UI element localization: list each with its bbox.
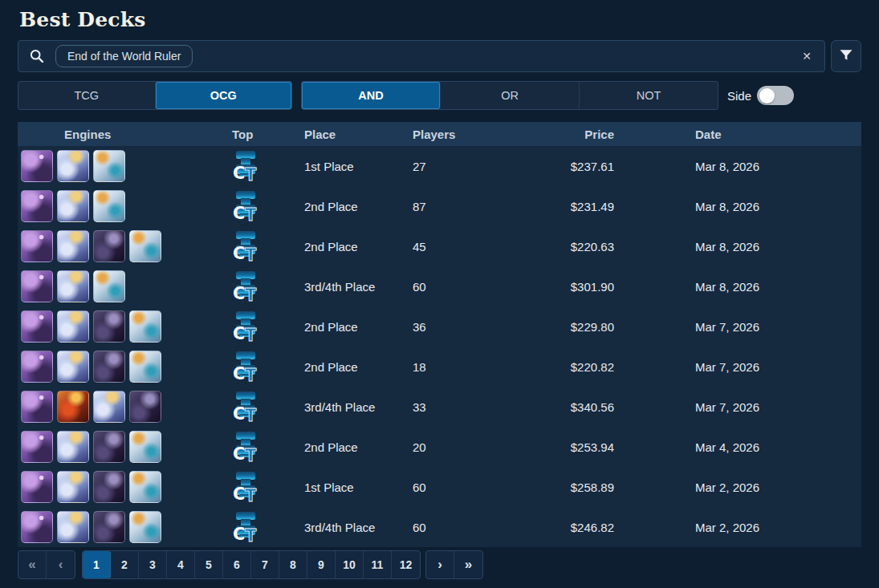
page-button-6[interactable]: 6: [223, 551, 251, 578]
players-cell: 33: [401, 400, 519, 414]
ct-top-icon: C T: [231, 150, 260, 182]
page-button-7[interactable]: 7: [251, 551, 279, 578]
page-button-1[interactable]: 1: [83, 551, 111, 578]
engines-cell: [21, 351, 228, 383]
search-input[interactable]: End of the World Ruler ✕: [18, 40, 825, 72]
side-toggle-wrap: Side: [727, 86, 794, 105]
page-button-9[interactable]: 9: [307, 551, 336, 578]
clear-search-icon[interactable]: ✕: [802, 41, 812, 71]
engine-card-thumbnail-angel: [93, 391, 125, 423]
engine-card-thumbnail-purple: [21, 150, 53, 182]
players-cell: 36: [401, 320, 519, 334]
place-cell: 2nd Place: [297, 440, 401, 454]
svg-text:T: T: [245, 205, 257, 222]
page-button-2[interactable]: 2: [111, 551, 139, 578]
date-cell: Mar 7, 2026: [621, 320, 861, 334]
place-cell: 3rd/4th Place: [297, 521, 401, 534]
engine-card-thumbnail-whitedragon: [93, 190, 125, 222]
deck-row[interactable]: C T 1st Place 60 $258.89 Mar 2, 2026: [18, 467, 861, 507]
price-cell: $340.56: [519, 400, 621, 414]
players-cell: 18: [401, 360, 519, 374]
not-button[interactable]: NOT: [580, 82, 718, 109]
first-page-button[interactable]: «: [18, 551, 47, 578]
engine-card-thumbnail-angel: [57, 150, 89, 182]
engines-cell: [21, 391, 228, 423]
last-page-button[interactable]: »: [454, 551, 482, 578]
deck-row[interactable]: C T 3rd/4th Place 33 $340.56 Mar 7, 2026: [18, 387, 861, 427]
date-cell: Mar 7, 2026: [621, 360, 861, 374]
price-cell: $229.80: [519, 320, 621, 334]
prev-page-button[interactable]: ‹: [47, 551, 75, 578]
engine-card-thumbnail-whitedragon: [93, 150, 125, 182]
top-cell: C T: [228, 471, 297, 503]
deck-row[interactable]: C T 1st Place 27 $237.61 Mar 8, 2026: [18, 146, 861, 186]
top-cell: C T: [228, 190, 297, 222]
filter-button[interactable]: [831, 40, 861, 72]
engine-card-thumbnail-angel: [57, 270, 89, 302]
price-cell: $220.63: [519, 240, 621, 253]
players-cell: 60: [401, 521, 519, 534]
deck-row[interactable]: C T 3rd/4th Place 60 $301.90 Mar 8, 2026: [18, 266, 861, 306]
page-button-8[interactable]: 8: [279, 551, 307, 578]
deck-row[interactable]: C T 3rd/4th Place 60 $246.82 Mar 2, 2026: [18, 507, 861, 547]
page-button-4[interactable]: 4: [167, 551, 195, 578]
ct-top-icon: C T: [231, 351, 260, 383]
place-cell: 2nd Place: [297, 200, 401, 213]
column-header-date: Date: [621, 128, 861, 141]
engines-cell: [21, 431, 228, 463]
svg-text:C: C: [233, 244, 245, 262]
toggle-knob: [759, 88, 775, 103]
place-cell: 2nd Place: [297, 240, 401, 253]
ct-top-icon: C T: [231, 511, 260, 543]
place-cell: 2nd Place: [297, 320, 401, 334]
date-cell: Mar 4, 2026: [621, 440, 861, 454]
engine-card-thumbnail-purple: [21, 391, 53, 423]
date-cell: Mar 2, 2026: [621, 481, 861, 494]
page-button-3[interactable]: 3: [139, 551, 167, 578]
ct-top-icon: C T: [231, 471, 260, 503]
engine-card-thumbnail-purple: [21, 270, 53, 302]
search-term-chip[interactable]: End of the World Ruler: [55, 45, 193, 67]
deck-row[interactable]: C T 2nd Place 20 $253.94 Mar 4, 2026: [18, 427, 861, 467]
engine-card-thumbnail-angel: [57, 511, 89, 543]
svg-text:T: T: [245, 165, 257, 182]
price-cell: $246.82: [519, 521, 621, 534]
engine-card-thumbnail-whitedragon: [129, 431, 161, 463]
top-cell: C T: [228, 391, 297, 423]
svg-text:C: C: [233, 404, 245, 423]
place-cell: 2nd Place: [297, 360, 401, 374]
engine-card-thumbnail-purple: [21, 230, 53, 262]
format-toggle-group: TCG OCG: [18, 81, 292, 110]
page-button-5[interactable]: 5: [195, 551, 223, 578]
price-cell: $237.61: [519, 160, 621, 173]
ct-top-icon: C T: [231, 431, 260, 463]
players-cell: 60: [401, 280, 519, 294]
and-button[interactable]: AND: [302, 82, 441, 109]
page-button-10[interactable]: 10: [336, 551, 364, 578]
or-button[interactable]: OR: [441, 82, 580, 109]
deck-row[interactable]: C T 2nd Place 45 $220.63 Mar 8, 2026: [18, 226, 861, 266]
deck-row[interactable]: C T 2nd Place 18 $220.82 Mar 7, 2026: [18, 347, 861, 387]
svg-text:C: C: [233, 324, 245, 343]
ct-top-icon: C T: [231, 391, 260, 423]
funnel-icon: [838, 47, 854, 66]
next-page-button[interactable]: ›: [426, 551, 454, 578]
page-button-11[interactable]: 11: [364, 551, 392, 578]
page-button-12[interactable]: 12: [392, 551, 420, 578]
best-decks-page: Best Decks End of the World Ruler ✕ TCG …: [0, 0, 879, 579]
engines-cell: [21, 310, 228, 343]
tcg-button[interactable]: TCG: [18, 82, 156, 109]
price-cell: $253.94: [519, 440, 621, 454]
ocg-button[interactable]: OCG: [156, 82, 292, 109]
deck-row[interactable]: C T 2nd Place 36 $229.80 Mar 7, 2026: [18, 306, 861, 347]
engine-card-thumbnail-darkdragon: [93, 230, 125, 262]
svg-text:C: C: [233, 284, 245, 302]
svg-text:C: C: [233, 164, 245, 182]
svg-text:T: T: [245, 486, 257, 503]
deck-row[interactable]: C T 2nd Place 87 $231.49 Mar 8, 2026: [18, 186, 861, 226]
players-cell: 27: [401, 160, 519, 173]
engine-card-thumbnail-purple: [21, 351, 53, 383]
side-toggle[interactable]: [757, 86, 794, 105]
date-cell: Mar 8, 2026: [621, 160, 861, 173]
ct-top-icon: C T: [231, 270, 260, 302]
